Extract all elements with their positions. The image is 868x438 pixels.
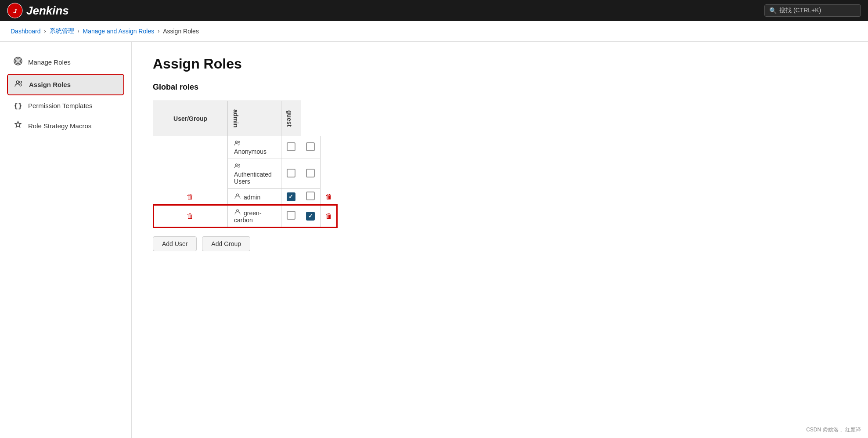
breadcrumb-sep-1: › [44,28,46,34]
svg-point-10 [235,164,237,166]
checkbox-green-carbon-role-1[interactable] [301,205,321,228]
checkbox-inner-anonymous-role-1[interactable] [306,142,315,151]
section-title: Global roles [153,83,847,92]
checkbox-authenticated-users-role-0[interactable] [281,159,301,189]
svg-point-12 [237,194,239,196]
user-name-authenticated-users: Authenticated Users [234,171,272,185]
sidebar-item-assign-roles[interactable]: Assign Roles [7,74,124,95]
svg-point-5 [18,61,18,62]
checkbox-admin-role-1[interactable] [301,189,321,205]
page-title: Assign Roles [153,56,847,72]
delete-right-green-carbon[interactable]: 🗑 [324,211,334,221]
roles-table: User/Group admin guest AnonymousAuthenti… [153,101,337,228]
checkbox-authenticated-users-role-1[interactable] [301,159,321,189]
breadcrumb-dashboard[interactable]: Dashboard [11,28,41,35]
svg-point-9 [238,141,240,143]
checkbox-inner-anonymous-role-0[interactable] [287,142,295,151]
breadcrumb: Dashboard › 系统管理 › Manage and Assign Rol… [0,21,868,42]
user-cell-admin: admin [228,189,281,205]
checkbox-anonymous-role-0[interactable] [281,136,301,159]
delete-right-admin[interactable]: 🗑 [324,192,334,202]
roles-table-wrapper: User/Group admin guest AnonymousAuthenti… [153,101,847,228]
main-content: Assign Roles Global roles User/Group adm… [132,42,868,438]
footer-watermark: CSDN @姚洛 、红颜译 [806,426,861,434]
page-layout: Manage Roles Assign Roles {} Permission … [0,42,868,438]
action-buttons-row: Add User Add Group [153,236,847,251]
sidebar-item-role-strategy-macros[interactable]: Role Strategy Macros [7,116,124,136]
jenkins-logo-icon: J [7,3,23,18]
delete-left-green-carbon[interactable]: 🗑 [185,211,195,221]
checkbox-admin-role-0[interactable] [281,189,301,205]
admin-role-header: admin [228,101,281,136]
user-cell-anonymous: Anonymous [228,136,281,159]
user-icon-anonymous [234,141,241,148]
manage-roles-icon [13,57,23,68]
svg-point-6 [16,81,19,83]
user-icon-admin [234,193,241,201]
checkbox-inner-authenticated-users-role-1[interactable] [306,169,315,177]
checkbox-inner-green-carbon-role-1[interactable] [306,212,315,221]
search-box[interactable]: 🔍 搜找 (CTRL+K) [764,4,861,17]
user-icon-green-carbon [234,209,241,217]
checkbox-inner-admin-role-0[interactable] [287,192,295,201]
sidebar: Manage Roles Assign Roles {} Permission … [0,42,132,438]
search-label: 搜找 (CTRL+K) [779,7,821,14]
user-cell-authenticated-users: Authenticated Users [228,159,281,189]
user-cell-green-carbon: green-carbon [228,205,281,228]
delete-left-admin[interactable]: 🗑 [185,192,195,202]
brand-logo: J Jenkins [7,3,69,18]
add-group-button[interactable]: Add Group [202,236,250,251]
checkbox-anonymous-role-1[interactable] [301,136,321,159]
breadcrumb-manage-assign-roles[interactable]: Manage and Assign Roles [83,28,155,35]
assign-roles-icon [14,79,24,90]
sidebar-item-manage-roles[interactable]: Manage Roles [7,52,124,72]
add-user-button[interactable]: Add User [153,236,197,251]
search-icon: 🔍 [769,7,777,14]
breadcrumb-system-management[interactable]: 系统管理 [50,27,74,35]
permission-templates-icon: {} [13,101,23,110]
breadcrumb-current: Assign Roles [163,28,199,35]
sidebar-role-strategy-macros-label: Role Strategy Macros [28,122,91,130]
svg-point-8 [235,141,237,143]
checkbox-inner-authenticated-users-role-0[interactable] [287,169,295,177]
user-icon-authenticated-users [234,163,241,171]
checkbox-inner-admin-role-1[interactable] [306,192,315,200]
navbar: J Jenkins 🔍 搜找 (CTRL+K) [0,0,868,21]
user-group-column-header: User/Group [153,101,228,136]
breadcrumb-sep-3: › [158,28,159,34]
breadcrumb-sep-2: › [78,28,79,34]
sidebar-assign-roles-label: Assign Roles [29,81,71,88]
checkbox-inner-green-carbon-role-0[interactable] [287,211,295,220]
sidebar-item-permission-templates[interactable]: {} Permission Templates [7,97,124,114]
svg-point-13 [237,210,239,212]
svg-point-11 [238,164,240,166]
svg-text:J: J [13,7,17,14]
svg-point-7 [20,81,22,83]
sidebar-manage-roles-label: Manage Roles [28,58,71,66]
user-name-admin: admin [244,194,260,201]
checkbox-green-carbon-role-0[interactable] [281,205,301,228]
user-name-anonymous: Anonymous [234,148,267,155]
guest-role-header: guest [281,101,301,136]
sidebar-permission-templates-label: Permission Templates [28,102,92,109]
brand-name: Jenkins [26,4,69,18]
role-strategy-macros-icon [13,120,23,131]
